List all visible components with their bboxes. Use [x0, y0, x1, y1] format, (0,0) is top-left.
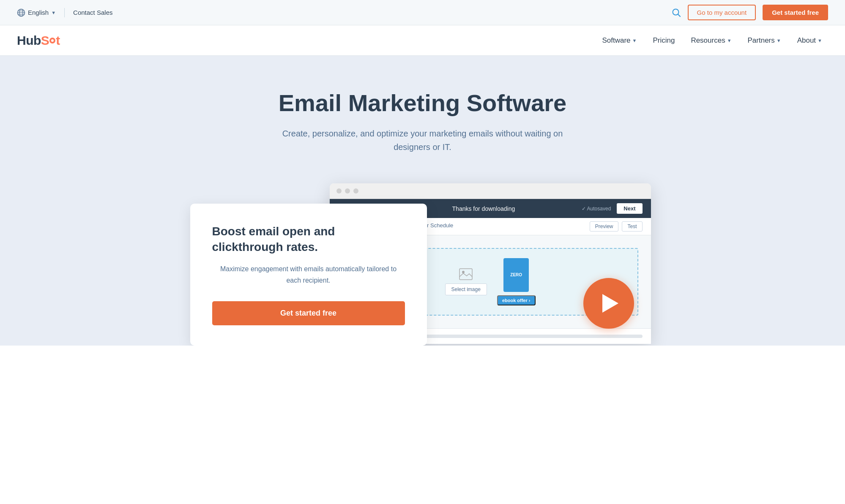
- ebook-offer-badge[interactable]: ebook offer ›: [497, 295, 536, 305]
- browser-dot-3: [353, 188, 358, 193]
- nav-item-partners[interactable]: Partners ▼: [742, 33, 787, 48]
- tab-spacer: [462, 218, 590, 235]
- go-to-account-button[interactable]: Go to my account: [688, 5, 756, 20]
- nav-item-resources[interactable]: Resources ▼: [685, 33, 737, 48]
- logo-text: HubSt: [17, 33, 60, 48]
- top-bar-divider: [64, 8, 65, 17]
- feature-card-description: Maximize engagement with emails automati…: [212, 263, 405, 286]
- nav-item-software[interactable]: Software ▼: [596, 33, 643, 48]
- globe-icon: [17, 8, 25, 17]
- resources-chevron-icon: ▼: [727, 38, 732, 43]
- email-editor-title: Thanks for downloading: [452, 205, 515, 212]
- ebook-cover: ZERO: [503, 258, 529, 292]
- play-icon: [602, 294, 618, 313]
- nav-about-label: About: [797, 36, 816, 45]
- top-bar-right: Go to my account Get started free: [672, 5, 828, 20]
- software-chevron-icon: ▼: [632, 38, 637, 43]
- nav-bar: HubSt Software ▼ Pricing Resources ▼ Par…: [0, 25, 845, 56]
- nav-item-pricing[interactable]: Pricing: [647, 33, 681, 48]
- partners-chevron-icon: ▼: [777, 38, 781, 43]
- email-editor-actions: ✓ Autosaved Next: [582, 203, 643, 214]
- select-image-button[interactable]: Select image: [445, 283, 487, 295]
- svg-line-6: [678, 14, 680, 16]
- nav-resources-label: Resources: [691, 36, 725, 45]
- browser-chrome: [330, 183, 651, 199]
- test-button[interactable]: Test: [622, 221, 642, 232]
- hero-subtitle: Create, personalize, and optimize your m…: [279, 127, 566, 154]
- language-selector[interactable]: English ▼: [17, 8, 56, 17]
- browser-dot-2: [345, 188, 350, 193]
- image-placeholder-icon: [459, 268, 473, 280]
- play-video-button[interactable]: [583, 278, 634, 329]
- nav-pricing-label: Pricing: [653, 36, 675, 45]
- autosaved-status: ✓ Autosaved: [582, 206, 611, 212]
- next-button[interactable]: Next: [617, 203, 642, 214]
- about-chevron-icon: ▼: [818, 38, 822, 43]
- top-bar: English ▼ Contact Sales Go to my account…: [0, 0, 845, 25]
- search-icon: [672, 8, 681, 17]
- hero-section: Email Marketing Software Create, persona…: [0, 56, 845, 346]
- contact-sales-link[interactable]: Contact Sales: [73, 9, 112, 16]
- logo[interactable]: HubSt: [17, 33, 60, 48]
- top-bar-left: English ▼ Contact Sales: [17, 8, 112, 17]
- search-button[interactable]: [672, 8, 681, 17]
- browser-dot-1: [336, 188, 342, 193]
- select-image-area: Select image: [445, 268, 487, 295]
- hero-bottom-area: Boost email open and clickthrough rates.…: [190, 179, 655, 346]
- editor-preview-buttons: Preview Test: [590, 218, 643, 235]
- language-chevron-icon: ▼: [51, 10, 56, 15]
- email-block-inner: Select image ZERO ebook offer ›: [445, 258, 536, 305]
- nav-partners-label: Partners: [748, 36, 775, 45]
- language-label: English: [28, 9, 49, 16]
- preview-button[interactable]: Preview: [590, 221, 619, 232]
- get-started-top-button[interactable]: Get started free: [763, 5, 828, 20]
- nav-links: Software ▼ Pricing Resources ▼ Partners …: [596, 33, 828, 48]
- nav-software-label: Software: [602, 36, 630, 45]
- hero-title: Email Marketing Software: [17, 90, 828, 117]
- ebook-area: ZERO ebook offer ›: [497, 258, 536, 305]
- feature-card: Boost email open and clickthrough rates.…: [190, 204, 427, 346]
- feature-card-title: Boost email open and clickthrough rates.: [212, 224, 405, 255]
- nav-item-about[interactable]: About ▼: [791, 33, 828, 48]
- get-started-card-button[interactable]: Get started free: [212, 301, 405, 325]
- svg-rect-7: [459, 269, 472, 280]
